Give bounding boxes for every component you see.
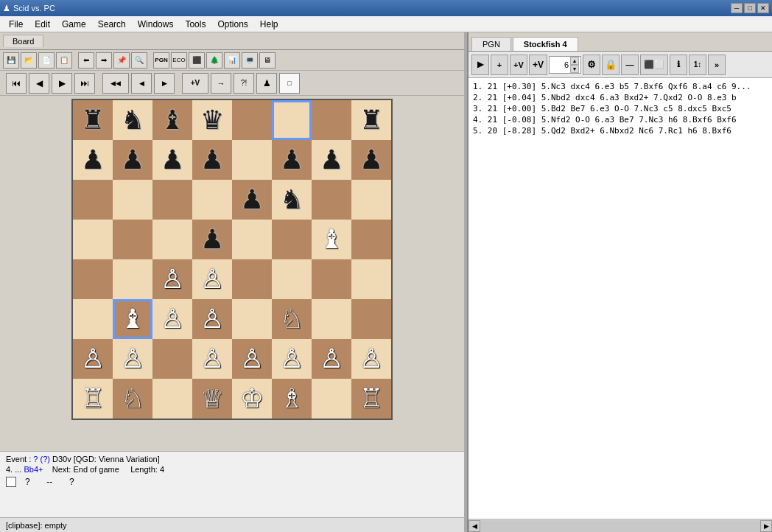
square-d8[interactable]: ♛ — [192, 100, 232, 140]
square-b1[interactable]: ♘ — [113, 379, 152, 419]
square-g5[interactable]: ♝ — [312, 220, 351, 259]
close-button[interactable]: ✕ — [757, 3, 769, 13]
square-f1[interactable]: ♗ — [272, 379, 312, 419]
analysis-line-4[interactable]: 4. 21 [-0.08] 5.Nfd2 O-O 6.a3 Be7 7.Nc3 … — [471, 114, 769, 125]
depth-input[interactable] — [550, 60, 570, 69]
tb-filter-btn[interactable]: 🔍 — [131, 52, 147, 69]
menu-game[interactable]: Game — [56, 18, 92, 31]
nav-prev-var-btn[interactable]: ◀◀ — [102, 73, 129, 94]
tb-pgn-btn[interactable]: PGN — [153, 52, 169, 69]
square-d4[interactable]: ♙ — [192, 259, 232, 299]
nav-start-btn[interactable]: ⏮ — [6, 73, 27, 94]
square-d3[interactable]: ♙ — [192, 299, 232, 339]
nav-arrow-btn[interactable]: → — [211, 73, 231, 94]
nav-empty-btn[interactable]: □ — [279, 73, 300, 94]
nav-var-btn[interactable]: ◀ — [131, 73, 152, 94]
tb-save-btn[interactable]: 💾 — [3, 52, 19, 69]
square-e4[interactable] — [232, 259, 272, 299]
nav-piece-btn[interactable]: ♟ — [256, 73, 277, 94]
square-e6[interactable]: ♟ — [232, 180, 272, 220]
square-h1[interactable]: ♖ — [351, 379, 391, 419]
nav-addvar-btn[interactable]: +V — [182, 73, 208, 94]
analysis-line-1[interactable]: 1. 21 [+0.30] 5.Nc3 dxc4 6.e3 b5 7.Bxf6 … — [471, 81, 769, 92]
analysis-plus-v2-btn[interactable]: +V — [529, 55, 547, 75]
square-f2[interactable]: ♙ — [272, 339, 312, 379]
event-link[interactable]: ? — [33, 455, 38, 463]
square-g1[interactable] — [312, 379, 351, 419]
tb-open-btn[interactable]: 📂 — [21, 52, 37, 69]
square-g6[interactable] — [312, 180, 351, 220]
square-e2[interactable]: ♙ — [232, 339, 272, 379]
scroll-right-btn[interactable]: ▶ — [760, 520, 772, 532]
square-h4[interactable] — [351, 259, 391, 299]
tb-tree-btn[interactable]: 🌲 — [206, 52, 222, 69]
square-f4[interactable] — [272, 259, 312, 299]
analysis-arrow-btn[interactable]: » — [708, 55, 726, 75]
analysis-line-2[interactable]: 2. 21 [+0.04] 5.Nbd2 dxc4 6.a3 Bxd2+ 7.Q… — [471, 92, 769, 103]
square-b7[interactable]: ♟ — [113, 140, 152, 180]
square-h2[interactable]: ♙ — [351, 339, 391, 379]
tb-stats-btn[interactable]: 📊 — [224, 52, 240, 69]
square-d7[interactable]: ♟ — [192, 140, 232, 180]
analysis-extra-btn[interactable]: ⬛⬜ — [640, 55, 668, 75]
analysis-info-btn[interactable]: ℹ — [670, 55, 687, 75]
square-c3[interactable]: ♙ — [152, 299, 192, 339]
square-h7[interactable]: ♟ — [351, 140, 391, 180]
tb-paste-btn[interactable]: 📌 — [113, 52, 130, 69]
square-b2[interactable]: ♙ — [113, 339, 152, 379]
nav-end-btn[interactable]: ⏭ — [74, 73, 95, 94]
square-d5[interactable]: ♟ — [192, 220, 232, 259]
analysis-plus-v-btn[interactable]: +V — [510, 55, 527, 75]
square-a8[interactable]: ♜ — [73, 100, 113, 140]
menu-edit[interactable]: Edit — [29, 18, 56, 31]
square-c7[interactable]: ♟ — [152, 140, 192, 180]
nav-prev-btn[interactable]: ◀ — [29, 73, 49, 94]
square-d6[interactable] — [192, 180, 232, 220]
depth-down-btn[interactable]: ▼ — [570, 65, 579, 73]
analysis-config-btn[interactable]: ⚙ — [583, 55, 600, 75]
square-e5[interactable] — [232, 220, 272, 259]
analysis-play-btn[interactable]: ▶ — [471, 55, 489, 75]
square-g8[interactable] — [312, 100, 351, 140]
analysis-line-3[interactable]: 3. 21 [+0.00] 5.Bd2 Be7 6.e3 O-O 7.Nc3 c… — [471, 103, 769, 114]
tb-new-btn[interactable]: 📄 — [38, 52, 55, 69]
square-e3[interactable] — [232, 299, 272, 339]
tb-next-game-btn[interactable]: ➡ — [96, 52, 112, 69]
tb-comp-btn[interactable]: 💻 — [242, 52, 258, 69]
scroll-left-btn[interactable]: ◀ — [469, 520, 480, 532]
square-c4[interactable]: ♙ — [152, 259, 192, 299]
scrollbar-track[interactable] — [480, 520, 760, 532]
square-b5[interactable] — [113, 220, 152, 259]
menu-search[interactable]: Search — [92, 18, 132, 31]
square-b6[interactable] — [113, 180, 152, 220]
square-b3[interactable]: ♝ — [113, 299, 152, 339]
square-a6[interactable] — [73, 180, 113, 220]
tb-copy-btn[interactable]: 📋 — [56, 52, 72, 69]
move-value[interactable]: Bb4+ — [24, 465, 43, 474]
tab-stockfish[interactable]: Stockfish 4 — [513, 37, 578, 51]
square-c8[interactable]: ♝ — [152, 100, 192, 140]
nav-next-var-btn[interactable]: ▶ — [154, 73, 175, 94]
analysis-plus-btn[interactable]: + — [491, 55, 508, 75]
menu-windows[interactable]: Windows — [132, 18, 180, 31]
square-h5[interactable] — [351, 220, 391, 259]
menu-tools[interactable]: Tools — [179, 18, 211, 31]
square-e7[interactable] — [232, 140, 272, 180]
analysis-minus-btn[interactable]: — — [621, 55, 639, 75]
menu-file[interactable]: File — [3, 18, 29, 31]
square-c6[interactable] — [152, 180, 192, 220]
square-g3[interactable] — [312, 299, 351, 339]
square-a7[interactable]: ♟ — [73, 140, 113, 180]
square-f8[interactable] — [272, 100, 312, 140]
analysis-more-btn[interactable]: 1↕ — [689, 55, 706, 75]
tab-pgn[interactable]: PGN — [471, 37, 511, 51]
square-h6[interactable] — [351, 180, 391, 220]
square-a4[interactable] — [73, 259, 113, 299]
nav-mark-btn[interactable]: ?! — [234, 73, 254, 94]
tb-extra-btn[interactable]: 🖥 — [259, 52, 276, 69]
square-g2[interactable]: ♙ — [312, 339, 351, 379]
square-g7[interactable]: ♟ — [312, 140, 351, 180]
square-d2[interactable]: ♙ — [192, 339, 232, 379]
square-e8[interactable] — [232, 100, 272, 140]
analysis-line-5[interactable]: 5. 20 [-8.28] 5.Qd2 Bxd2+ 6.Nbxd2 Nc6 7.… — [471, 125, 769, 136]
